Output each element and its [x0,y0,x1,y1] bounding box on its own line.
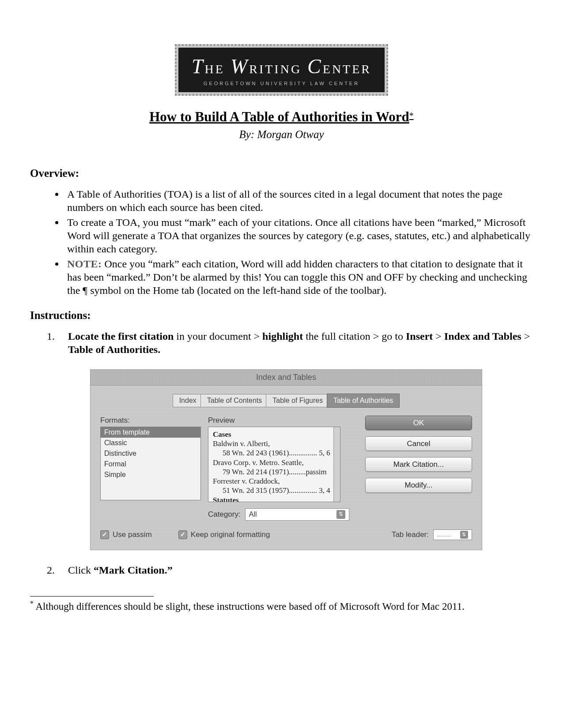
overview-text: Once you “mark” each citation, Word will… [67,258,527,296]
step1-bold1: Locate the first citation [68,330,174,342]
preview-heading-statutes: Statutes [213,495,336,502]
category-row: Category: All ⇅ [208,508,472,521]
chevron-updown-icon: ⇅ [336,510,345,519]
step2-text: Click [68,564,94,576]
logo-enter: ENTER [323,62,371,76]
keep-formatting-checkbox[interactable]: ✓ Keep original formatting [178,530,270,539]
logo-frame: THE WRITING CENTER GEORGETOWN UNIVERSITY… [175,44,388,96]
format-option-distinctive[interactable]: Distinctive [101,448,200,459]
logo-c: C [307,55,323,78]
overview-text: To create a TOA, you must “mark” each of… [67,217,530,255]
overview-heading: Overview: [30,167,533,180]
tab-table-of-figures[interactable]: Table of Figures [266,394,329,407]
step-1: Locate the first citation in your docume… [57,330,533,550]
logo-w: W [230,55,249,78]
footnote-text: Although differences should be slight, t… [34,600,465,612]
overview-item: NOTE: Once you “mark” each citation, Wor… [64,257,533,297]
dialog-body: IndexTable of ContentsTable of FiguresTa… [90,386,482,550]
logo-t: T [192,55,205,78]
preview-scrollbar[interactable] [333,427,340,502]
step2-bold: “Mark Citation.” [94,564,173,576]
step1-bold2: highlight [262,330,303,342]
overview-text: A Table of Authorities (TOA) is a list o… [67,188,503,213]
modify-button[interactable]: Modify... [365,478,472,492]
preview-line: Dravo Corp. v. Metro. Seattle, [213,458,336,467]
footnote-mark: * [30,600,34,607]
formats-label: Formats: [100,416,201,425]
tab-leader-group: Tab leader: ....... ⇅ [392,529,472,540]
preview-line: 79 Wn. 2d 214 (1971).........passim [213,467,336,477]
logo-block: THE WRITING CENTER GEORGETOWN UNIVERSITY… [30,44,533,96]
format-option-from-template[interactable]: From template [101,427,200,438]
format-option-classic[interactable]: Classic [101,438,200,448]
format-option-simple[interactable]: Simple [101,469,200,480]
note-label: NOTE: [67,258,102,270]
step1-bold5: Table of Authorities. [68,344,160,355]
footnote: * Although differences should be slight,… [30,599,533,613]
dialog-titlebar: Index and Tables [90,369,482,386]
overview-list: A Table of Authorities (TOA) is a list o… [30,188,533,297]
category-select[interactable]: All ⇅ [245,508,349,521]
tab-leader-label: Tab leader: [392,530,429,539]
step1-text: > [433,330,444,342]
tab-table-of-authorities[interactable]: Table of Authorities [327,394,400,408]
cancel-button[interactable]: Cancel [365,436,472,451]
tab-leader-value: ....... [437,531,451,538]
logo-subtitle: GEORGETOWN UNIVERSITY LAW CENTER [192,81,371,86]
dialog-screenshot: Index and Tables IndexTable of ContentsT… [90,369,482,550]
format-option-formal[interactable]: Formal [101,459,200,469]
use-passim-checkbox[interactable]: ✓ Use passim [100,530,152,539]
preview-line: Baldwin v. Alberti, [213,439,336,448]
page-title: How to Build A Table of Authorities in W… [149,109,409,124]
preview-heading-cases: Cases [213,430,336,439]
checkbox-checked-icon: ✓ [178,530,187,539]
footnote-divider [30,596,154,597]
buttons-column: OK Cancel Mark Citation... Modify... [348,416,472,499]
keep-formatting-label: Keep original formatting [191,530,270,539]
tab-index[interactable]: Index [173,394,203,407]
step-2: Click “Mark Citation.” [57,563,533,577]
preview-line: Forrester v. Craddock, [213,477,336,486]
preview-line: 58 Wn. 2d 243 (1961)............... 5, 6 [213,448,336,458]
category-label: Category: [208,510,241,519]
step1-bold3: Insert [406,330,433,342]
instructions-heading: Instructions: [30,309,533,322]
title-footnote-mark: * [409,111,414,120]
preview-column: Preview Cases Baldwin v. Alberti, 58 Wn.… [208,416,340,502]
preview-label: Preview [208,416,340,425]
overview-item: To create a TOA, you must “mark” each of… [64,216,533,255]
formats-listbox[interactable]: From template Classic Distinctive Formal… [100,427,201,500]
step1-text: in your document > [174,330,262,342]
category-value: All [249,510,257,519]
chevron-updown-icon: ⇅ [460,531,468,539]
overview-item: A Table of Authorities (TOA) is a list o… [64,188,533,214]
dialog-tabstrip: IndexTable of ContentsTable of FiguresTa… [100,394,472,408]
logo-main-text: THE WRITING CENTER [192,55,371,78]
preview-box: Cases Baldwin v. Alberti, 58 Wn. 2d 243 … [208,427,340,502]
instruction-list: Locate the first citation in your docume… [30,330,533,577]
mark-citation-button[interactable]: Mark Citation... [365,457,472,472]
formats-column: Formats: From template Classic Distincti… [100,416,201,500]
logo-he: HE [205,62,225,76]
step1-bold4: Index and Tables [444,330,521,342]
step1-text: the full citation > go to [303,330,406,342]
tab-leader-select[interactable]: ....... ⇅ [433,529,472,540]
logo-riting: RITING [249,62,302,76]
logo-inner: THE WRITING CENTER GEORGETOWN UNIVERSITY… [178,48,385,92]
preview-line: 51 Wn. 2d 315 (1957)............... 3, 4 [213,486,336,495]
dialog-footer: ✓ Use passim ✓ Keep original formatting … [100,529,472,540]
use-passim-label: Use passim [113,530,152,539]
checkbox-checked-icon: ✓ [100,530,109,539]
byline: By: Morgan Otway [30,128,533,141]
dialog-main-row: Formats: From template Classic Distincti… [100,416,472,502]
step1-text: > [521,330,530,342]
title-wrap: How to Build A Table of Authorities in W… [30,109,533,125]
ok-button[interactable]: OK [365,416,472,430]
tab-table-of-contents[interactable]: Table of Contents [200,394,269,407]
